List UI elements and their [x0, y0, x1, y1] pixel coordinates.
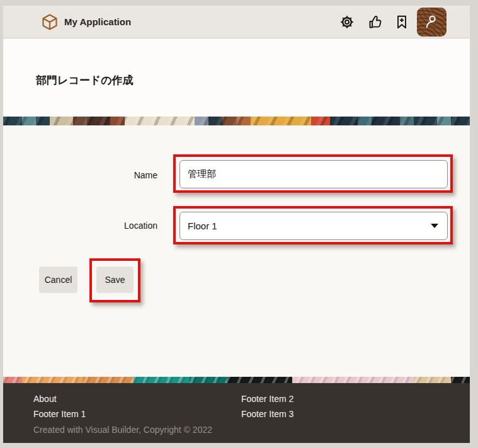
footer-link-about[interactable]: About	[33, 394, 57, 404]
footer-copyright: Created with Visual Builder, Copyright ©…	[33, 425, 212, 435]
dropdown-arrow-icon	[431, 224, 438, 228]
app-title: My Application	[64, 6, 131, 38]
decorative-pattern-strip-top	[3, 117, 470, 125]
bookmark-add-icon[interactable]	[394, 14, 410, 30]
save-button[interactable]: Save	[96, 267, 134, 293]
footer-link-item3[interactable]: Footer Item 3	[241, 409, 293, 419]
location-field-label: Location	[66, 220, 157, 231]
settings-gear-icon[interactable]	[339, 14, 355, 30]
app-window: My Application	[3, 6, 470, 443]
browser-frame: My Application	[0, 0, 478, 448]
location-selected-value: Floor 1	[188, 221, 431, 231]
thumbs-up-icon[interactable]	[367, 14, 384, 30]
location-select[interactable]: Floor 1	[179, 212, 448, 240]
app-header: My Application	[3, 6, 470, 38]
decorative-pattern-strip-bottom	[3, 377, 470, 383]
name-field-label: Name	[66, 169, 157, 181]
page-title-section: 部門レコードの作成	[3, 39, 470, 117]
footer-link-item1[interactable]: Footer Item 1	[33, 409, 86, 419]
name-input[interactable]	[179, 160, 448, 188]
app-footer: About Footer Item 1 Footer Item 2 Footer…	[3, 383, 470, 443]
cancel-button[interactable]: Cancel	[39, 267, 77, 293]
footer-link-item2[interactable]: Footer Item 2	[241, 394, 293, 404]
page-title: 部門レコードの作成	[36, 73, 134, 88]
box-logo-icon	[41, 13, 59, 31]
user-avatar-icon[interactable]	[417, 8, 447, 37]
